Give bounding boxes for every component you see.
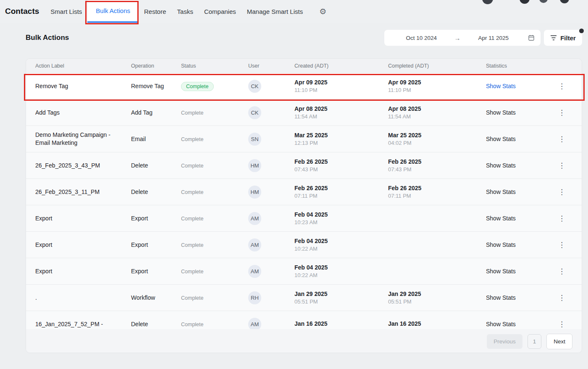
completed-time: 07:43 PM [388, 166, 486, 173]
user-avatar-partial[interactable] [539, 0, 548, 3]
completed-cell: Feb 26 202507:43 PM [388, 158, 486, 173]
user-avatar: AM [248, 318, 261, 330]
user-avatar: AM [248, 212, 261, 225]
created-date: Feb 26 2025 [294, 158, 388, 165]
completed-date: Mar 25 2025 [388, 132, 486, 139]
created-time: 05:51 PM [294, 298, 388, 305]
app-title: Contacts [5, 7, 39, 16]
table-row: ExportExportCompleteAMFeb 04 202510:22 A… [26, 232, 582, 258]
status-badge: Complete [181, 295, 204, 301]
kebab-menu-icon[interactable]: ⋮ [554, 160, 570, 172]
status-badge: Complete [181, 322, 204, 327]
user-avatar: RH [248, 291, 261, 304]
filter-button[interactable]: Filter [544, 30, 582, 46]
date-range-picker[interactable]: Oct 10 2024 → Apr 11 2025 [384, 30, 541, 46]
tab-smart-lists[interactable]: Smart Lists [45, 0, 87, 23]
table-row: Demo Marketing Campaign - Email Marketin… [26, 126, 582, 152]
kebab-menu-icon[interactable]: ⋮ [554, 318, 570, 330]
tab-companies[interactable]: Companies [199, 0, 242, 23]
completed-cell [388, 244, 486, 246]
kebab-menu-icon[interactable]: ⋮ [554, 292, 570, 304]
created-cell: Apr 09 202511:10 PM [294, 79, 388, 93]
table-header-row: Action Label Operation Status User Creat… [26, 59, 582, 73]
completed-cell: Jan 16 2025 [388, 320, 486, 328]
user-avatar: CK [248, 106, 261, 119]
action-label: Export [35, 215, 131, 222]
filter-icon [550, 35, 557, 41]
kebab-menu-icon[interactable]: ⋮ [554, 265, 570, 277]
table-body: Remove TagRemove TagCompleteCKApr 09 202… [26, 73, 582, 329]
table-row: 26_Feb_2025_3_43_PMDeleteCompleteHMFeb 2… [26, 152, 582, 179]
pagination: Previous 1 Next [26, 329, 582, 353]
show-stats-link[interactable]: Show Stats [486, 188, 516, 195]
show-stats-link[interactable]: Show Stats [486, 109, 516, 116]
operation-label: Add Tag [131, 109, 181, 116]
date-range-end[interactable]: Apr 11 2025 [462, 35, 525, 41]
action-label: Remove Tag [35, 82, 131, 90]
created-cell: Feb 04 202510:22 AM [294, 238, 388, 252]
operation-label: Delete [131, 162, 181, 169]
kebab-menu-icon[interactable]: ⋮ [554, 239, 570, 251]
notification-dot [579, 29, 584, 33]
created-cell: Jan 29 202505:51 PM [294, 290, 388, 305]
show-stats-link[interactable]: Show Stats [486, 294, 516, 301]
user-avatar: HM [248, 159, 261, 172]
created-date: Feb 04 2025 [294, 211, 388, 218]
created-time: 11:10 PM [294, 87, 388, 93]
next-page-button[interactable]: Next [546, 334, 572, 349]
date-range-start[interactable]: Oct 10 2024 [390, 35, 453, 41]
created-cell: Feb 04 202510:22 AM [294, 264, 388, 278]
action-label: Demo Marketing Campaign - Email Marketin… [35, 131, 131, 147]
column-header-action-label: Action Label [35, 63, 131, 69]
column-header-statistics: Statistics [486, 63, 551, 69]
completed-time: 04:02 PM [388, 140, 486, 146]
completed-date: Jan 29 2025 [388, 290, 486, 297]
action-label: 16_Jan_2025_7_52_PM - [35, 320, 131, 328]
gear-icon[interactable]: ⚙ [319, 8, 326, 16]
status-badge: Complete [181, 269, 204, 275]
show-stats-link[interactable]: Show Stats [486, 241, 516, 248]
previous-page-button[interactable]: Previous [487, 334, 522, 349]
show-stats-link[interactable]: Show Stats [486, 83, 516, 89]
show-stats-link[interactable]: Show Stats [486, 136, 516, 142]
tab-manage-smart-lists[interactable]: Manage Smart Lists [242, 0, 308, 23]
user-avatar: AM [248, 238, 261, 251]
completed-time: 11:10 PM [388, 87, 486, 93]
operation-label: Workflow [131, 294, 181, 301]
action-label: 26_Feb_2025_3_11_PM [35, 188, 131, 196]
user-avatar: CK [248, 80, 261, 93]
status-badge: Complete [181, 163, 204, 169]
column-header-completed: Completed (ADT) [388, 63, 486, 69]
column-header-user: User [248, 63, 294, 69]
page-number-button[interactable]: 1 [528, 334, 542, 349]
operation-label: Remove Tag [131, 83, 181, 89]
show-stats-link[interactable]: Show Stats [486, 321, 516, 327]
column-header-created: Created (ADT) [294, 63, 388, 69]
kebab-menu-icon[interactable]: ⋮ [554, 212, 570, 225]
status-badge: Complete [181, 82, 214, 91]
show-stats-link[interactable]: Show Stats [486, 215, 516, 222]
created-date: Feb 26 2025 [294, 185, 388, 191]
kebab-menu-icon[interactable]: ⋮ [554, 133, 570, 145]
tab-restore[interactable]: Restore [139, 0, 172, 23]
user-avatar-partial[interactable] [520, 0, 530, 4]
tab-bulk-actions[interactable]: Bulk Actions [87, 0, 139, 23]
user-avatar-partial[interactable] [560, 0, 569, 3]
created-cell: Apr 08 202511:54 AM [294, 105, 388, 120]
show-stats-link[interactable]: Show Stats [486, 162, 516, 169]
completed-cell: Feb 26 202507:11 PM [388, 185, 486, 199]
top-navigation: Contacts Smart Lists Bulk Actions Restor… [0, 0, 588, 23]
table-row: 16_Jan_2025_7_52_PM -DeleteCompleteAMJan… [26, 311, 582, 329]
show-stats-link[interactable]: Show Stats [486, 268, 516, 275]
kebab-menu-icon[interactable]: ⋮ [554, 186, 570, 198]
user-avatar-partial[interactable] [482, 0, 493, 4]
kebab-menu-icon[interactable]: ⋮ [554, 107, 570, 119]
created-cell: Mar 25 202512:13 PM [294, 132, 388, 146]
completed-date: Feb 26 2025 [388, 185, 486, 191]
tab-tasks[interactable]: Tasks [172, 0, 199, 23]
table-row: ExportExportCompleteAMFeb 04 202510:22 A… [26, 258, 582, 285]
calendar-icon [528, 34, 535, 41]
status-badge: Complete [181, 242, 204, 248]
kebab-menu-icon[interactable]: ⋮ [554, 80, 570, 92]
operation-label: Delete [131, 188, 181, 195]
